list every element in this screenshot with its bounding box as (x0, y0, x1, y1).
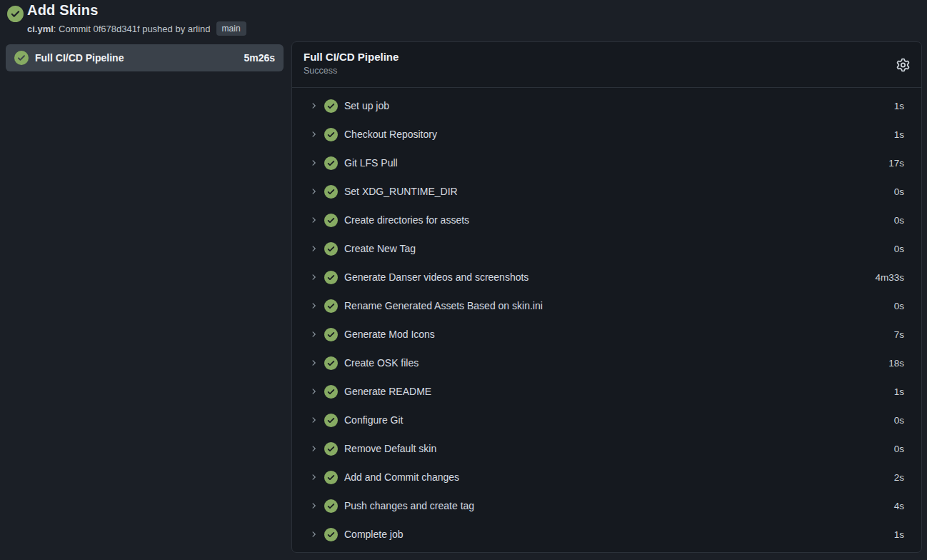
step-success-icon (324, 414, 338, 427)
step-success-icon (324, 242, 338, 256)
step-success-icon (324, 328, 338, 341)
job-status-text: Success (304, 66, 910, 76)
step-name: Git LFS Pull (344, 157, 882, 169)
step-duration: 0s (894, 244, 904, 254)
step-duration: 0s (894, 415, 904, 426)
gear-icon[interactable] (896, 58, 910, 71)
branch-badge[interactable]: main (216, 21, 246, 36)
step-success-icon (324, 271, 338, 284)
chevron-right-icon[interactable] (309, 216, 318, 224)
step-row[interactable]: Generate README 1s (292, 377, 921, 406)
step-duration: 4m33s (875, 272, 904, 283)
chevron-right-icon[interactable] (309, 301, 318, 310)
step-success-icon (324, 528, 338, 541)
jobs-sidebar: Full CI/CD Pipeline 5m26s (6, 44, 284, 71)
step-success-icon (324, 156, 338, 170)
step-row[interactable]: Set up job 1s (292, 91, 921, 120)
step-row[interactable]: Rename Generated Assets Based on skin.in… (292, 291, 921, 320)
step-duration: 1s (894, 529, 904, 540)
commit-info: : Commit 0f678d341f pushed by arlind (54, 24, 211, 34)
chevron-right-icon[interactable] (309, 444, 318, 453)
step-row[interactable]: Checkout Repository 1s (292, 120, 921, 149)
step-success-icon (324, 385, 338, 399)
step-row[interactable]: Generate Danser videos and screenshots 4… (292, 263, 921, 291)
step-name: Generate Danser videos and screenshots (344, 271, 868, 283)
step-duration: 0s (894, 301, 904, 311)
run-subtitle: ci.yml: Commit 0f678d341f pushed by arli… (27, 21, 246, 36)
chevron-right-icon[interactable] (309, 387, 318, 396)
step-name: Rename Generated Assets Based on skin.in… (344, 300, 888, 311)
step-name: Create directories for assets (344, 214, 888, 226)
step-duration: 0s (894, 215, 904, 226)
sidebar-job-item[interactable]: Full CI/CD Pipeline 5m26s (6, 44, 284, 71)
step-name: Remove Default skin (344, 443, 888, 454)
step-row[interactable]: Remove Default skin 0s (292, 434, 921, 463)
step-success-icon (324, 99, 338, 113)
step-name: Complete job (344, 529, 888, 540)
job-name: Full CI/CD Pipeline (35, 52, 237, 64)
chevron-right-icon[interactable] (309, 501, 318, 510)
step-row[interactable]: Create directories for assets 0s (292, 206, 921, 234)
step-row[interactable]: Git LFS Pull 17s (292, 149, 921, 177)
step-duration: 4s (894, 501, 904, 511)
step-row[interactable]: Set XDG_RUNTIME_DIR 0s (292, 177, 921, 206)
run-header: Add Skins ci.yml: Commit 0f678d341f push… (0, 0, 927, 40)
step-list: Set up job 1s Checkout Repository 1s Git… (292, 88, 921, 549)
step-row[interactable]: Create New Tag 0s (292, 234, 921, 263)
step-duration: 18s (888, 358, 904, 369)
chevron-right-icon[interactable] (309, 330, 318, 339)
step-duration: 1s (894, 129, 904, 140)
step-duration: 1s (894, 101, 904, 111)
step-success-icon (324, 128, 338, 141)
workflow-file-link[interactable]: ci.yml (27, 24, 54, 34)
step-name: Create New Tag (344, 243, 888, 254)
step-name: Checkout Repository (344, 129, 888, 140)
step-row[interactable]: Complete job 1s (292, 520, 921, 549)
chevron-right-icon[interactable] (309, 530, 318, 539)
step-duration: 7s (894, 329, 904, 340)
chevron-right-icon[interactable] (309, 473, 318, 481)
step-duration: 0s (894, 444, 904, 454)
step-success-icon (324, 471, 338, 484)
run-title: Add Skins (27, 2, 99, 19)
step-name: Push changes and create tag (344, 500, 888, 511)
step-row[interactable]: Configure Git 0s (292, 406, 921, 434)
chevron-right-icon[interactable] (309, 416, 318, 424)
run-success-icon (7, 6, 24, 22)
step-name: Configure Git (344, 414, 888, 426)
step-duration: 1s (894, 386, 904, 397)
step-row[interactable]: Add and Commit changes 2s (292, 463, 921, 491)
chevron-right-icon[interactable] (309, 187, 318, 196)
job-duration: 5m26s (244, 52, 275, 64)
step-name: Generate README (344, 386, 888, 397)
job-detail-panel: Full CI/CD Pipeline Success Set up job 1… (291, 41, 922, 553)
step-duration: 0s (894, 186, 904, 197)
step-row[interactable]: Generate Mod Icons 7s (292, 320, 921, 349)
step-duration: 17s (888, 158, 904, 169)
step-success-icon (324, 299, 338, 313)
step-success-icon (324, 499, 338, 513)
chevron-right-icon[interactable] (309, 273, 318, 281)
step-success-icon (324, 214, 338, 227)
job-title: Full CI/CD Pipeline (304, 51, 910, 63)
step-row[interactable]: Push changes and create tag 4s (292, 491, 921, 520)
step-name: Set XDG_RUNTIME_DIR (344, 186, 888, 197)
step-name: Generate Mod Icons (344, 329, 888, 340)
step-success-icon (324, 185, 338, 199)
step-name: Add and Commit changes (344, 471, 888, 483)
step-success-icon (324, 442, 338, 456)
step-name: Set up job (344, 100, 888, 111)
step-success-icon (324, 356, 338, 370)
chevron-right-icon[interactable] (309, 130, 318, 139)
chevron-right-icon[interactable] (309, 159, 318, 167)
step-duration: 2s (894, 472, 904, 483)
chevron-right-icon[interactable] (309, 359, 318, 367)
chevron-right-icon[interactable] (309, 101, 318, 110)
job-detail-header: Full CI/CD Pipeline Success (292, 42, 921, 88)
step-row[interactable]: Create OSK files 18s (292, 349, 921, 377)
step-name: Create OSK files (344, 357, 882, 369)
job-success-icon (14, 51, 29, 65)
chevron-right-icon[interactable] (309, 244, 318, 253)
